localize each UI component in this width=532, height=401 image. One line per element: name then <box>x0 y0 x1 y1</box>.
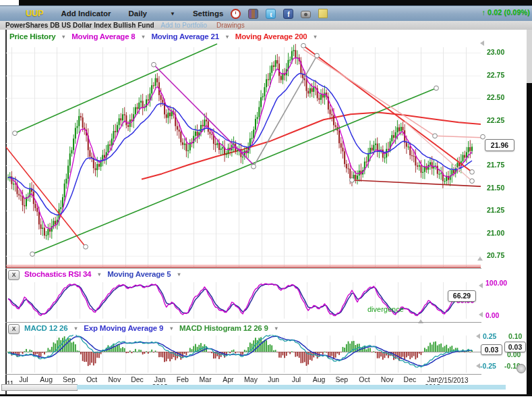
top-black-bar <box>19 0 532 5</box>
charting-app: UUP Add Indicator Daily ▼ Settings t f ↑… <box>0 0 532 401</box>
month-label: Oct <box>80 375 103 383</box>
month-label: Jun <box>262 375 285 383</box>
hist-value-box: 0.03 <box>504 342 526 352</box>
period-select[interactable]: Daily <box>129 9 148 18</box>
macd-value-box: 0.03 <box>481 344 502 355</box>
add-indicator-button[interactable]: Add Indicator <box>61 9 111 18</box>
stoch-tick-label: 100.00 <box>485 279 507 287</box>
facebook-icon[interactable]: f <box>283 9 293 19</box>
month-label: Dec <box>126 375 149 383</box>
price-tick-label: 21.75 <box>487 161 504 169</box>
change-badge: ↑ 0.02 (0.09%) <box>481 8 530 16</box>
last-price-box: 21.96 <box>485 139 514 151</box>
macd-indicator-0[interactable]: MACD 12 26 <box>24 324 67 332</box>
scroll-left-icon[interactable] <box>480 41 484 46</box>
dropdown-icon[interactable]: ▾ <box>226 34 229 40</box>
period-dropdown-icon[interactable]: ▼ <box>170 11 175 17</box>
scroll-up-icon[interactable] <box>418 319 423 323</box>
macd-indicator-2[interactable]: MACD Histogram 12 26 9 <box>179 324 268 332</box>
chart-canvas[interactable] <box>0 0 532 401</box>
price-tick-label: 23.00 <box>487 48 504 56</box>
price-tick-label: 22.50 <box>487 93 504 101</box>
stoch-panel-header: Stochastics RSI 34▾Moving Average 5▾ <box>24 270 187 278</box>
symbol-subbar: PowerShares DB US Dollar Index Bullish F… <box>0 21 532 30</box>
add-to-portfolio-link[interactable]: Add to Portfolio <box>161 22 207 29</box>
month-label: Nov <box>103 375 126 383</box>
panel-divider <box>5 374 481 375</box>
fund-name: PowerShares DB US Dollar Index Bullish F… <box>5 22 154 29</box>
widget-bubble-icon[interactable] <box>516 364 526 373</box>
month-label: Aug <box>307 375 330 383</box>
scroll-left-icon[interactable] <box>479 283 483 288</box>
dropdown-icon[interactable]: ▾ <box>170 325 173 331</box>
scroll-left-icon[interactable] <box>479 312 483 317</box>
month-label: Feb <box>171 375 194 383</box>
camera-icon[interactable] <box>301 11 311 18</box>
macd-tick-label: -0.25 <box>480 362 496 370</box>
scroll-left-icon[interactable] <box>476 363 480 369</box>
dropdown-icon[interactable]: ▾ <box>314 34 317 40</box>
main-indicator-0[interactable]: Price History <box>9 32 55 41</box>
h-scrollbar-track[interactable] <box>77 385 506 390</box>
macd-close-button[interactable]: X <box>8 324 20 334</box>
main-indicator-2[interactable]: Moving Average 21 <box>151 32 219 41</box>
month-label: Oct <box>353 375 376 383</box>
settings-button[interactable]: Settings <box>193 9 223 18</box>
month-label: Dec <box>398 375 421 383</box>
price-tick-label: 22.25 <box>487 116 504 124</box>
month-label: May <box>239 375 262 383</box>
stoch-tick-label: 0.00 <box>485 311 499 319</box>
dropdown-icon[interactable]: ▾ <box>98 271 100 277</box>
main-panel-header: Price History▾Moving Average 8▾Moving Av… <box>9 32 323 41</box>
stoch-close-button[interactable]: X <box>8 270 20 280</box>
main-indicator-1[interactable]: Moving Average 8 <box>71 32 135 41</box>
price-tick-label: 20.75 <box>487 251 504 259</box>
price-tick-label: 21.00 <box>487 229 504 237</box>
dropdown-icon[interactable]: ▾ <box>178 271 181 277</box>
stoch-indicator-0[interactable]: Stochastics RSI 34 <box>24 270 91 278</box>
h-scrollbar-thumb[interactable] <box>1 384 78 391</box>
stoch-indicator-1[interactable]: Moving Average 5 <box>107 270 171 278</box>
main-toolbar: UUP Add Indicator Daily ▼ Settings t f ↑… <box>0 5 532 22</box>
twitter-icon[interactable]: t <box>266 9 276 19</box>
scroll-up-icon[interactable] <box>477 257 483 261</box>
month-label: Mar <box>194 375 217 383</box>
price-tick-label: 21.25 <box>487 206 504 214</box>
alarm-clock-icon[interactable] <box>231 9 241 19</box>
macd-tick-label: 0.25 <box>483 332 496 340</box>
divergence-annotation: divergence <box>367 305 404 313</box>
macd-panel-header: MACD 12 26▾Exp Moving Average 9▾MACD His… <box>24 324 285 332</box>
library-icon[interactable] <box>248 9 258 19</box>
panel-divider <box>5 322 481 323</box>
dropdown-icon[interactable]: ▾ <box>74 325 77 331</box>
symbol-label: UUP <box>26 9 43 18</box>
month-label: Apr <box>216 375 239 383</box>
dropdown-icon[interactable]: ▾ <box>62 34 65 40</box>
main-indicator-3[interactable]: Moving Average 200 <box>235 32 307 41</box>
stoch-value-box: 66.29 <box>448 290 476 302</box>
dropdown-icon[interactable]: ▾ <box>142 34 145 40</box>
month-label: Aug <box>35 375 58 383</box>
month-label: Sep <box>330 375 353 383</box>
dropdown-icon[interactable]: ▾ <box>275 325 278 331</box>
drawings-link[interactable]: Drawings <box>216 22 245 29</box>
month-label: Sep <box>57 375 80 383</box>
note-icon[interactable] <box>318 9 328 18</box>
up-arrow-icon: ↑ <box>481 8 485 16</box>
month-label: Jul <box>12 375 35 383</box>
panel-divider <box>5 268 481 269</box>
price-tick-label: 22.75 <box>487 71 504 79</box>
price-tick-label: 21.50 <box>487 184 504 192</box>
hist-tick-label: 0.10 <box>508 332 522 340</box>
month-label: Nov <box>376 375 398 383</box>
month-label: Jul <box>285 375 307 383</box>
macd-indicator-1[interactable]: Exp Moving Average 9 <box>84 324 163 332</box>
last-date-label: 2/15/2013 <box>438 377 469 384</box>
scroll-left-icon[interactable] <box>476 333 480 339</box>
